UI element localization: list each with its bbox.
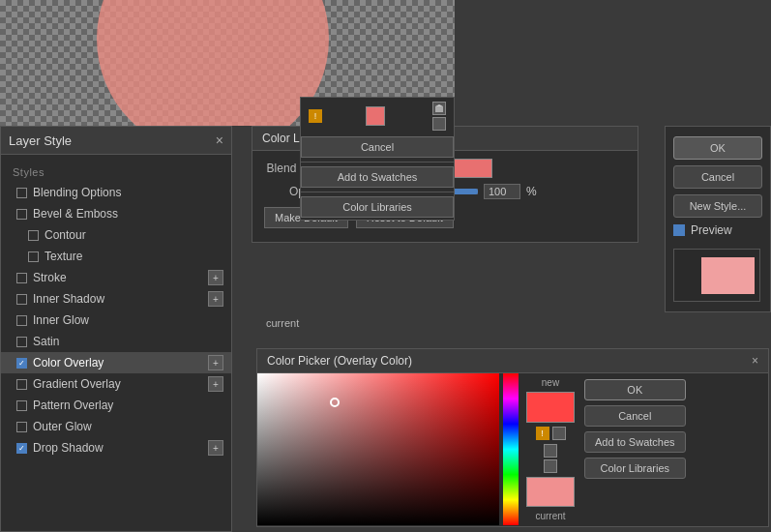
inner-glow-checkbox[interactable] (16, 315, 27, 326)
color-picker-ok-button[interactable]: OK (584, 379, 686, 400)
blend-color-swatch[interactable] (454, 159, 492, 178)
color-libraries-button-small[interactable]: Color Libraries (301, 196, 454, 218)
bevel-emboss-checkbox[interactable] (16, 209, 27, 220)
cube-icon (432, 102, 446, 115)
blending-options-label: Blending Options (33, 186, 220, 199)
icon-small-2 (432, 117, 446, 131)
stroke-label: Stroke (33, 271, 220, 284)
gradient-overlay-label: Gradient Overlay (33, 377, 220, 391)
ok-button[interactable]: OK (673, 136, 762, 160)
cube-icon-2 (544, 459, 557, 473)
cube-icon-1 (544, 444, 557, 458)
stroke-add-icon[interactable]: + (208, 270, 223, 285)
warning-icon-small: ! (309, 109, 322, 123)
cube-icons (544, 444, 557, 473)
color-picker-dialog-titlebar: Color Picker (Overlay Color) × (257, 349, 768, 373)
drop-shadow-label: Drop Shadow (33, 441, 220, 455)
color-swatch-small[interactable] (366, 106, 385, 126)
current-swatch-label: current (535, 511, 565, 521)
texture-label: Texture (44, 250, 220, 263)
color-picker-dialog-close[interactable]: × (752, 354, 758, 368)
svg-marker-1 (435, 104, 443, 106)
sidebar-item-color-overlay[interactable]: Color Overlay + (1, 352, 231, 373)
satin-label: Satin (33, 335, 220, 348)
preview-label: Preview (691, 223, 732, 237)
styles-section-label: Styles (1, 163, 231, 182)
blending-options-checkbox[interactable] (16, 188, 27, 198)
sidebar-item-texture[interactable]: Texture (1, 246, 231, 267)
sidebar-item-satin[interactable]: Satin (1, 331, 231, 352)
color-swatches-column: new ! current (522, 373, 578, 525)
gradient-overlay-add-icon[interactable]: + (208, 376, 223, 392)
texture-checkbox[interactable] (28, 251, 39, 262)
pattern-overlay-label: Pattern Overlay (33, 399, 220, 412)
opacity-percent: % (526, 185, 537, 198)
satin-checkbox[interactable] (16, 337, 27, 347)
svg-rect-0 (435, 106, 443, 112)
stroke-checkbox[interactable] (16, 273, 27, 283)
layer-style-close-button[interactable]: × (216, 133, 223, 148)
sidebar-item-stroke[interactable]: Stroke + (1, 267, 231, 288)
color-picker-dialog-body: new ! current OK Cancel Add to Swatches … (257, 373, 768, 525)
gamut-icon (552, 427, 566, 440)
color-picker-color-libraries-button[interactable]: Color Libraries (584, 458, 686, 479)
sidebar-item-drop-shadow[interactable]: Drop Shadow + (1, 437, 231, 458)
preview-checkbox[interactable] (673, 224, 685, 236)
outer-glow-checkbox[interactable] (16, 422, 27, 432)
color-picker-dialog-buttons: OK Cancel Add to Swatches Color Librarie… (578, 373, 692, 525)
cancel-button-small[interactable]: Cancel (301, 136, 454, 158)
current-label: current (266, 317, 299, 329)
cancel-button[interactable]: Cancel (673, 165, 762, 189)
outer-glow-label: Outer Glow (33, 420, 220, 433)
color-picker-cancel-button[interactable]: Cancel (584, 405, 686, 427)
bevel-emboss-label: Bevel & Emboss (33, 207, 220, 221)
color-picker-dialog: Color Picker (Overlay Color) × new ! cur… (256, 348, 769, 527)
right-panel: OK Cancel New Style... Preview (665, 126, 771, 312)
gradient-overlay-checkbox[interactable] (16, 379, 27, 390)
drop-shadow-add-icon[interactable]: + (208, 440, 223, 456)
layer-style-titlebar: Layer Style × (1, 127, 231, 155)
preview-thumbnail (673, 249, 760, 302)
color-overlay-add-icon[interactable]: + (208, 355, 223, 370)
sidebar-item-outer-glow[interactable]: Outer Glow (1, 416, 231, 437)
sidebar-item-pattern-overlay[interactable]: Pattern Overlay (1, 395, 231, 416)
contour-label: Contour (44, 228, 220, 242)
sidebar-item-bevel-emboss[interactable]: Bevel & Emboss (1, 203, 231, 224)
sidebar-item-inner-shadow[interactable]: Inner Shadow + (1, 288, 231, 310)
swatch-current (526, 477, 575, 508)
hue-strip[interactable] (503, 373, 519, 525)
preview-row: Preview (673, 223, 762, 237)
layer-style-title: Layer Style (9, 133, 72, 148)
drop-shadow-checkbox[interactable] (16, 443, 27, 454)
preview-swatch-inner (701, 257, 755, 294)
layer-style-panel: Layer Style × Styles Blending Options Be… (0, 126, 232, 532)
warning-icon: ! (536, 427, 549, 440)
opacity-input[interactable] (484, 184, 520, 199)
sidebar-item-inner-glow[interactable]: Inner Glow (1, 310, 231, 331)
pattern-overlay-checkbox[interactable] (16, 400, 27, 411)
inner-shadow-checkbox[interactable] (16, 294, 27, 305)
color-picker-add-to-swatches-button[interactable]: Add to Swatches (584, 431, 686, 453)
sidebar-item-blending-options[interactable]: Blending Options (1, 182, 231, 203)
new-style-button[interactable]: New Style... (673, 194, 762, 218)
inner-glow-label: Inner Glow (33, 313, 220, 327)
sidebar-item-gradient-overlay[interactable]: Gradient Overlay + (1, 373, 231, 395)
warning-icons-row: ! (536, 427, 566, 440)
color-picker-small-popup: ! Cancel Add to Swatches Color Libraries (300, 97, 455, 221)
color-picker-dialog-title: Color Picker (Overlay Color) (267, 354, 412, 368)
swatch-new (526, 392, 575, 423)
color-picker-circle[interactable] (330, 398, 340, 407)
layer-style-sidebar: Styles Blending Options Bevel & Emboss C… (1, 155, 231, 466)
inner-shadow-add-icon[interactable]: + (208, 291, 223, 307)
inner-shadow-label: Inner Shadow (33, 292, 220, 306)
contour-checkbox[interactable] (28, 230, 39, 241)
color-overlay-label: Color Overlay (33, 356, 220, 369)
add-to-swatches-button-small[interactable]: Add to Swatches (301, 166, 454, 188)
color-gradient-box[interactable] (257, 373, 499, 525)
color-overlay-checkbox[interactable] (16, 358, 27, 369)
new-label: new (542, 377, 559, 388)
sidebar-item-contour[interactable]: Contour (1, 224, 231, 246)
